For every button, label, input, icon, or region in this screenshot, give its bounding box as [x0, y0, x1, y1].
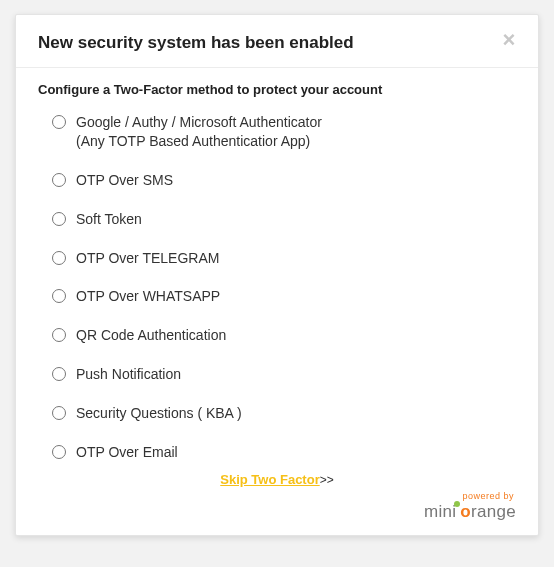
- radio-otp-whatsapp[interactable]: [52, 289, 66, 303]
- option-soft-token: Soft Token: [52, 210, 516, 229]
- two-factor-options-list: Google / Authy / Microsoft Authenticator…: [38, 113, 516, 462]
- option-otp-sms: OTP Over SMS: [52, 171, 516, 190]
- radio-security-questions[interactable]: [52, 406, 66, 420]
- option-qr-code: QR Code Authentication: [52, 326, 516, 345]
- radio-otp-email[interactable]: [52, 445, 66, 459]
- skip-arrows: >>: [320, 473, 334, 487]
- modal-subtitle: Configure a Two-Factor method to protect…: [38, 82, 516, 97]
- option-push-notification: Push Notification: [52, 365, 516, 384]
- option-security-questions: Security Questions ( KBA ): [52, 404, 516, 423]
- option-label: Soft Token: [76, 210, 142, 229]
- divider: [16, 67, 538, 68]
- skip-two-factor-link[interactable]: Skip Two Factor: [220, 472, 319, 487]
- option-otp-telegram: OTP Over TELEGRAM: [52, 249, 516, 268]
- close-icon[interactable]: ×: [498, 29, 520, 51]
- brand-text-o: o: [460, 502, 471, 521]
- option-label: OTP Over Email: [76, 443, 178, 462]
- option-otp-whatsapp: OTP Over WHATSAPP: [52, 287, 516, 306]
- radio-qr-code[interactable]: [52, 328, 66, 342]
- radio-otp-sms[interactable]: [52, 173, 66, 187]
- option-otp-email: OTP Over Email: [52, 443, 516, 462]
- powered-by-brand: powered by miniorange: [38, 491, 516, 521]
- option-label: OTP Over SMS: [76, 171, 173, 190]
- option-label: OTP Over WHATSAPP: [76, 287, 220, 306]
- radio-totp-authenticator[interactable]: [52, 115, 66, 129]
- option-label: QR Code Authentication: [76, 326, 226, 345]
- radio-soft-token[interactable]: [52, 212, 66, 226]
- radio-otp-telegram[interactable]: [52, 251, 66, 265]
- skip-row: Skip Two Factor>>: [38, 472, 516, 487]
- option-label-main: Google / Authy / Microsoft Authenticator: [76, 114, 322, 130]
- brand-text-mini: mini: [424, 502, 456, 521]
- powered-by-label: powered by: [38, 491, 514, 501]
- modal-title: New security system has been enabled: [38, 33, 516, 67]
- option-label: Security Questions ( KBA ): [76, 404, 242, 423]
- brand-text-range: range: [471, 502, 516, 521]
- two-factor-setup-modal: × New security system has been enabled C…: [15, 14, 539, 536]
- option-label-sub: (Any TOTP Based Authenticatior App): [76, 132, 322, 151]
- option-totp-authenticator: Google / Authy / Microsoft Authenticator…: [52, 113, 516, 151]
- option-label: OTP Over TELEGRAM: [76, 249, 219, 268]
- option-label: Google / Authy / Microsoft Authenticator…: [76, 113, 322, 151]
- brand-miniorange: miniorange: [424, 502, 516, 521]
- radio-push-notification[interactable]: [52, 367, 66, 381]
- option-label: Push Notification: [76, 365, 181, 384]
